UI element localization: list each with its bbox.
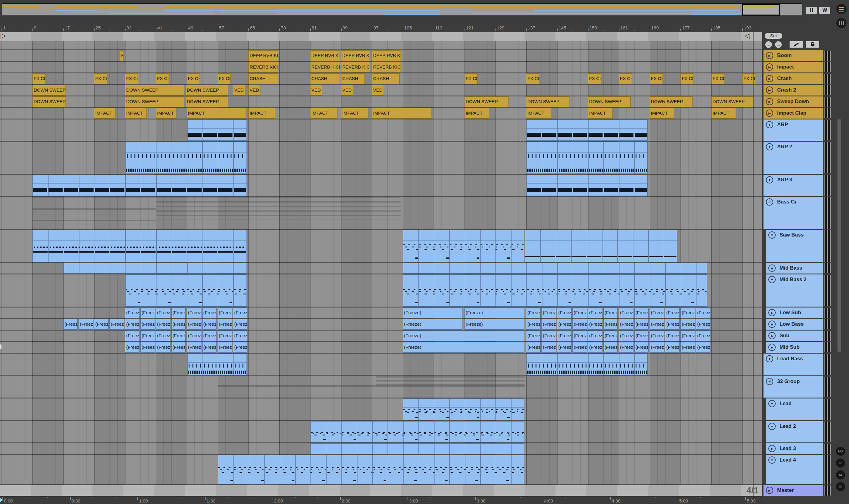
frozen-clip[interactable]: (Freeze) <box>665 330 679 341</box>
frozen-clip[interactable]: (Freeze) <box>156 330 170 341</box>
track-header-boom[interactable]: ▶Boom <box>763 50 823 61</box>
fit-height-button[interactable]: H <box>806 7 817 14</box>
track-header-saw-bass[interactable]: ▼Saw Bass <box>766 230 823 262</box>
frozen-clip[interactable]: (Freeze) <box>557 307 571 318</box>
midi-clip[interactable] <box>125 274 247 307</box>
track-header-sweep-down[interactable]: ▶Sweep Down <box>763 96 823 107</box>
audio-clip[interactable]: FX CRASH <box>619 73 632 84</box>
frozen-clip[interactable]: (Freeze) <box>171 330 185 341</box>
draw-mode-icon[interactable] <box>790 41 803 48</box>
frozen-clip[interactable]: (Freeze) <box>403 307 463 318</box>
audio-clip[interactable]: FX CRASH <box>465 73 477 84</box>
device-button[interactable]: D <box>836 482 845 491</box>
audio-clip[interactable]: IMPACT <box>465 108 489 119</box>
frozen-clip[interactable]: (Freeze) <box>171 319 185 330</box>
play-icon[interactable]: ▶ <box>766 98 773 105</box>
frozen-clip[interactable]: (Freeze) <box>557 330 571 341</box>
track-header-arp-3[interactable]: ▼ARP 3 <box>763 175 823 196</box>
audio-clip[interactable]: DOWN SWEEP <box>185 85 228 95</box>
audio-clip[interactable]: VED <box>233 85 245 95</box>
midi-clip[interactable] <box>403 263 707 273</box>
frozen-clip[interactable]: (Freeze) <box>542 319 556 330</box>
frozen-clip[interactable]: (Freeze) <box>588 319 602 330</box>
midi-clip[interactable] <box>403 398 524 420</box>
frozen-clip[interactable]: (Freeze) <box>156 319 170 330</box>
frozen-clip[interactable]: (Freeze) <box>650 319 664 330</box>
mixer-columns-icon[interactable] <box>836 18 847 28</box>
midi-clip[interactable] <box>33 230 247 262</box>
frozen-clip[interactable]: (Freeze) <box>526 307 540 318</box>
lock-envelopes-icon[interactable] <box>806 41 819 48</box>
track-header-sub[interactable]: ▶Sub <box>766 330 823 341</box>
track-header-mid-bass-2[interactable]: ▼Mid Bass 2 <box>766 274 823 307</box>
frozen-clip[interactable]: (Freeze) <box>603 330 618 341</box>
audio-clip[interactable]: VED <box>248 85 260 95</box>
midi-clip[interactable] <box>187 354 247 375</box>
frozen-clip[interactable]: (Freeze) <box>233 342 247 353</box>
fit-width-button[interactable]: W <box>819 7 830 14</box>
fold-icon[interactable]: ▼ <box>766 121 773 128</box>
audio-clip[interactable]: DOWN SWEEP <box>465 96 508 107</box>
group-icon[interactable]: ≡ <box>766 198 773 205</box>
frozen-clip[interactable]: (Freeze) <box>218 319 232 330</box>
frozen-clip[interactable]: (Freeze) <box>650 330 664 341</box>
audio-clip[interactable]: FX CRASH <box>681 73 693 84</box>
audio-clip[interactable]: FX CRASH <box>33 73 46 84</box>
play-icon[interactable]: ▶ <box>766 109 773 117</box>
play-icon[interactable]: ▶ <box>768 344 776 351</box>
midi-clip[interactable] <box>526 175 648 196</box>
frozen-clip[interactable]: (Freeze) <box>218 330 232 341</box>
audio-clip[interactable]: REVERB KICK <box>310 62 340 72</box>
master-scrub-band[interactable] <box>0 485 762 497</box>
frozen-clip[interactable]: (Freeze) <box>665 307 679 318</box>
track-header-32-group[interactable]: ≡32 Group <box>763 376 823 398</box>
frozen-clip[interactable]: (Freeze) <box>465 307 524 318</box>
frozen-clip[interactable]: (Freeze) <box>202 319 217 330</box>
track-header-crash-2[interactable]: ▶Crash 2 <box>763 85 823 95</box>
fold-icon[interactable]: ▼ <box>768 423 776 430</box>
frozen-clip[interactable]: (Freeze) <box>465 319 524 330</box>
frozen-clip[interactable]: (Freeze) <box>202 307 217 318</box>
play-icon[interactable]: ▶ <box>766 64 773 71</box>
frozen-clip[interactable]: (Freeze) <box>526 342 540 353</box>
audio-clip[interactable]: DOWN SWEEP <box>33 85 66 95</box>
time-ruler[interactable]: 0:000:301:001:302:002:303:003:304:004:30… <box>0 497 762 504</box>
audio-clip[interactable]: DOWN SWEEP <box>185 96 228 107</box>
bar-ruler[interactable]: 1917253341495765738189971051131211291371… <box>0 24 762 32</box>
record-arm-button[interactable]: R <box>836 458 845 468</box>
group-icon[interactable]: ≡ <box>766 378 773 385</box>
frozen-clip[interactable]: (Freeze) <box>573 330 587 341</box>
frozen-clip[interactable]: (Freeze) <box>634 342 649 353</box>
frozen-clip[interactable]: (Freeze) <box>78 319 93 330</box>
audio-clip[interactable]: VED <box>341 85 353 95</box>
midi-clip[interactable] <box>125 142 247 174</box>
play-icon[interactable]: ▶ <box>766 75 773 82</box>
midi-clip[interactable] <box>403 230 524 262</box>
frozen-clip[interactable]: (Freeze) <box>681 307 695 318</box>
audio-clip[interactable]: VED <box>372 85 383 95</box>
midi-clip[interactable] <box>187 120 247 141</box>
audio-clip[interactable]: DEEP RVB KICK <box>341 50 370 61</box>
play-icon[interactable]: ▶ <box>766 52 773 59</box>
frozen-clip[interactable]: (Freeze) <box>573 342 587 353</box>
frozen-clip[interactable]: (Freeze) <box>696 330 710 341</box>
audio-clip[interactable]: FX CRASH <box>156 73 169 84</box>
audio-clip[interactable]: DOWN SWEEP <box>711 96 753 107</box>
frozen-clip[interactable]: (Freeze) <box>619 342 633 353</box>
track-lane-arp[interactable] <box>0 120 762 142</box>
audio-clip[interactable]: DOWN SWEEP <box>125 96 184 107</box>
play-icon[interactable]: ▶ <box>766 86 773 94</box>
audio-clip[interactable]: IMPACT <box>94 108 115 119</box>
overview-visible-range[interactable] <box>742 4 780 16</box>
track-header-crash[interactable]: ▶Crash <box>763 73 823 84</box>
fold-icon[interactable]: ▼ <box>768 276 776 283</box>
midi-clip[interactable] <box>310 443 524 454</box>
play-icon[interactable]: ▶ <box>768 445 776 452</box>
frozen-clip[interactable]: (Freeze) <box>218 307 232 318</box>
frozen-clip[interactable]: (Freeze) <box>403 342 524 353</box>
frozen-clip[interactable]: (Freeze) <box>156 307 170 318</box>
track-header-lead[interactable]: ▼Lead <box>766 398 823 420</box>
frozen-clip[interactable]: (Freeze) <box>403 330 524 341</box>
frozen-clip[interactable]: (Freeze) <box>650 342 664 353</box>
frozen-clip[interactable]: (Freeze) <box>140 307 155 318</box>
